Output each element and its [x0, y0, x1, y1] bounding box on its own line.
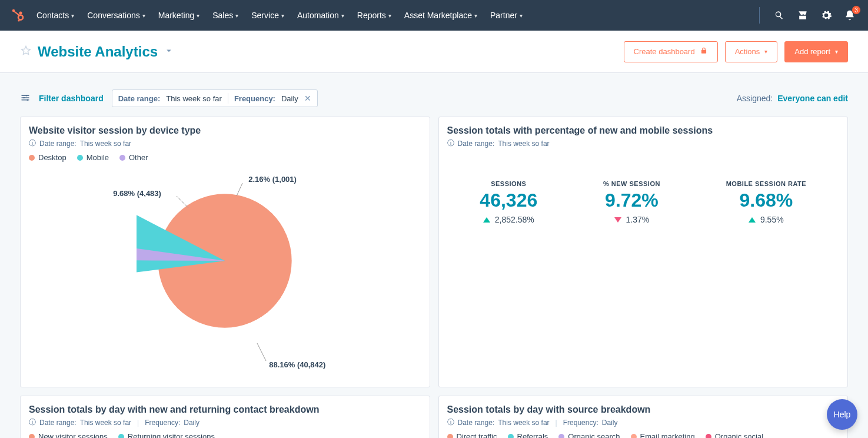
legend-item[interactable]: Desktop — [29, 153, 66, 162]
nav-item-contacts[interactable]: Contacts▾ — [36, 11, 74, 20]
dot-icon — [706, 434, 711, 439]
dashboard-header: Website Analytics Create dashboard Actio… — [0, 31, 868, 73]
legend-item[interactable]: Direct traffic — [447, 432, 497, 438]
kpi-label: SESSIONS — [480, 180, 537, 187]
top-nav: Contacts▾ Conversations▾ Marketing▾ Sale… — [0, 0, 868, 31]
pill-freq-value: Daily — [281, 94, 298, 103]
range-label: Date range: — [458, 419, 495, 427]
nav-item-marketing[interactable]: Marketing▾ — [158, 11, 199, 20]
range-value: This week so far — [498, 419, 549, 427]
kpi-new-session: % NEW SESSION 9.72% 1.37% — [603, 180, 660, 224]
actions-button[interactable]: Actions ▾ — [725, 41, 778, 62]
actions-label: Actions — [735, 47, 760, 56]
nav-item-service[interactable]: Service▾ — [251, 11, 284, 20]
kpi-sessions: SESSIONS 46,326 2,852.58% — [480, 180, 537, 224]
gear-icon[interactable] — [820, 9, 833, 22]
filter-pill[interactable]: Date range: This week so far Frequency: … — [112, 89, 318, 107]
card-title: Session totals by day with source breakd… — [447, 404, 840, 415]
pie-chart: .pie-wrap>svg:first-child{display:none} … — [125, 172, 325, 373]
legend-item[interactable]: Organic search — [558, 432, 620, 438]
assigned-value-link[interactable]: Everyone can edit — [777, 94, 848, 103]
info-icon[interactable]: ⓘ — [447, 138, 454, 148]
card-title: Session totals by day with new and retur… — [29, 404, 421, 415]
caret-down-icon: ▾ — [764, 48, 767, 55]
svg-point-1 — [12, 9, 15, 12]
dashboard-filters: Filter dashboard Date range: This week s… — [0, 73, 868, 114]
range-label: Date range: — [39, 419, 77, 427]
close-icon[interactable]: ✕ — [304, 94, 311, 103]
dot-icon — [118, 434, 124, 439]
card-title: Website visitor session by device type — [29, 125, 421, 136]
star-icon[interactable] — [20, 45, 32, 58]
nav-item-automation[interactable]: Automation▾ — [297, 11, 344, 20]
nav-item-sales[interactable]: Sales▾ — [212, 11, 238, 20]
dashboard-selector-chevron-icon[interactable] — [164, 45, 174, 58]
pill-date-value: This week so far — [166, 94, 222, 103]
chevron-down-icon: ▾ — [388, 12, 391, 19]
divider — [759, 7, 760, 24]
triangle-up-icon — [483, 217, 490, 223]
page-title[interactable]: Website Analytics — [38, 44, 158, 60]
legend-item[interactable]: Mobile — [77, 153, 109, 162]
pie-label-other: 2.16% (1,001) — [248, 175, 297, 184]
dot-icon — [631, 434, 637, 439]
kpi-label: MOBILE SESSION RATE — [726, 180, 806, 187]
marketplace-icon[interactable] — [796, 9, 809, 22]
add-report-button[interactable]: Add report ▾ — [784, 41, 848, 62]
legend: New visitor sessions Returning visitor s… — [29, 432, 421, 438]
info-icon[interactable]: ⓘ — [447, 417, 454, 427]
sliders-icon — [20, 92, 31, 105]
svg-point-4 — [23, 97, 25, 98]
filter-dashboard-link[interactable]: Filter dashboard — [39, 94, 104, 103]
caret-down-icon: ▾ — [835, 48, 838, 55]
nav-item-partner[interactable]: Partner▾ — [490, 11, 523, 20]
info-icon[interactable]: ⓘ — [29, 138, 36, 148]
kpi-delta: 9.55% — [760, 215, 784, 224]
legend-item[interactable]: Other — [119, 153, 148, 162]
chevron-down-icon: ▾ — [142, 12, 145, 19]
chevron-down-icon: ▾ — [197, 12, 199, 19]
divider — [228, 93, 228, 104]
pie-slice-other[interactable] — [158, 194, 292, 327]
divider: | — [556, 419, 557, 427]
nav-item-reports[interactable]: Reports▾ — [357, 11, 391, 20]
hubspot-logo-icon[interactable] — [9, 7, 26, 24]
notification-badge: 3 — [852, 5, 861, 15]
legend-item[interactable]: Organic social — [706, 432, 763, 438]
pill-date-label: Date range: — [118, 94, 161, 103]
range-label: Date range: — [458, 140, 495, 148]
dot-icon — [558, 434, 564, 439]
dot-icon — [29, 434, 35, 439]
card-session-totals: Session totals with percentage of new an… — [438, 117, 849, 387]
create-dashboard-button[interactable]: Create dashboard — [624, 41, 718, 62]
legend-item[interactable]: Referrals — [508, 432, 548, 438]
dot-icon — [447, 434, 453, 439]
chevron-down-icon: ▾ — [235, 12, 238, 19]
card-device-type: Website visitor session by device type ⓘ… — [20, 117, 430, 387]
chevron-down-icon: ▾ — [474, 12, 477, 19]
assigned-label: Assigned: — [737, 94, 773, 103]
legend-item[interactable]: Email marketing — [631, 432, 695, 438]
legend-item[interactable]: Returning visitor sessions — [118, 432, 215, 438]
search-icon[interactable] — [773, 9, 786, 22]
pie-label-desktop: 88.16% (40,842) — [269, 360, 325, 369]
notifications-icon[interactable]: 3 — [843, 9, 856, 22]
legend-item[interactable]: New visitor sessions — [29, 432, 108, 438]
chevron-down-icon: ▾ — [71, 12, 74, 19]
range-value: This week so far — [80, 140, 131, 148]
nav-item-asset-marketplace[interactable]: Asset Marketplace▾ — [404, 11, 477, 20]
help-button[interactable]: Help — [827, 399, 857, 430]
cards-grid: Website visitor session by device type ⓘ… — [0, 114, 868, 438]
freq-value: Daily — [602, 419, 618, 427]
freq-label: Frequency: — [145, 419, 180, 427]
dot-icon — [29, 155, 35, 161]
card-sessions-by-day-source: Session totals by day with source breakd… — [438, 396, 849, 438]
svg-point-3 — [26, 94, 28, 96]
kpi-value: 46,326 — [480, 190, 537, 211]
freq-value: Daily — [184, 419, 199, 427]
nav-item-conversations[interactable]: Conversations▾ — [87, 11, 145, 20]
chevron-down-icon: ▾ — [341, 12, 344, 19]
info-icon[interactable]: ⓘ — [29, 417, 36, 427]
chevron-down-icon: ▾ — [281, 12, 284, 19]
kpi-mobile-rate: MOBILE SESSION RATE 9.68% 9.55% — [726, 180, 806, 224]
